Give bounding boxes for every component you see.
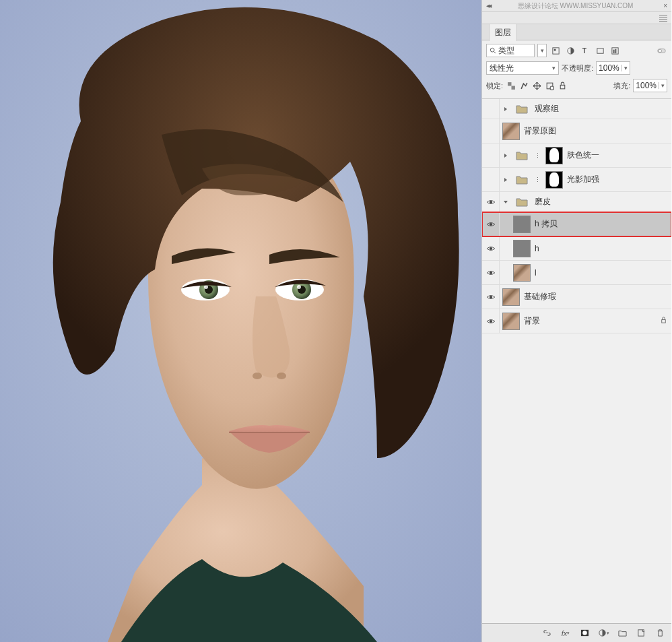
blend-mode-value: 线性光 [490,63,514,74]
svg-point-30 [489,222,492,225]
canvas-area[interactable] [0,0,481,642]
layer-item-l-bg-orig[interactable]: 背景原图 [482,119,671,143]
visibility-toggle[interactable] [482,261,500,284]
tab-layers[interactable]: 图层 [489,24,517,41]
opacity-input[interactable]: 100%▾ [596,61,630,75]
filter-toggle-switch[interactable] [655,44,667,57]
layer-name[interactable]: h [535,244,539,253]
svg-rect-28 [560,85,565,88]
filter-pixel-icon[interactable] [549,44,562,57]
layer-content: ⋮光影加强 [500,171,667,189]
chevron-right-icon[interactable] [502,153,509,158]
layer-content: ⋮肤色统一 [500,147,667,164]
svg-point-31 [489,247,492,249]
layer-name[interactable]: 背景 [524,315,540,327]
layer-thumbnail[interactable] [513,216,531,233]
layer-item-g-observe[interactable]: 观察组 [482,99,671,119]
panel-tab-bar: 图层 [482,24,671,40]
layer-item-l-bg[interactable]: 背景 [482,309,671,333]
layer-thumbnail[interactable] [502,123,520,140]
layer-name[interactable]: 磨皮 [535,196,551,207]
svg-rect-25 [511,86,514,89]
svg-point-9 [253,373,262,379]
svg-rect-18 [597,48,603,53]
filter-type-label: 类型 [498,45,514,57]
layer-name[interactable]: 光影加强 [567,174,599,185]
lock-pixels-icon[interactable] [518,79,529,92]
delete-layer-icon[interactable] [654,627,666,639]
fill-label: 填充: [613,81,630,91]
close-panel-icon[interactable]: × [663,2,667,9]
panel-menu-icon[interactable] [659,15,667,22]
adjustment-layer-icon[interactable]: ▾ [597,627,609,639]
svg-point-4 [204,285,208,289]
svg-point-33 [489,295,492,298]
layer-item-g-retouch[interactable]: 磨皮 [482,192,671,212]
visibility-toggle[interactable] [482,119,500,143]
layer-thumbnail[interactable] [513,264,531,282]
filter-type-icon[interactable]: T [579,44,591,57]
collapse-panel-icon[interactable] [486,3,490,9]
layer-name[interactable]: 肤色统一 [567,150,599,161]
panel-controls: 类型 ▾ T 线性光▾ 不透明度: 100%▾ 锁定: [482,40,671,99]
lock-artboard-icon[interactable] [544,79,555,92]
link-layers-icon[interactable] [541,627,553,639]
folder-icon [513,147,531,164]
visibility-toggle[interactable] [482,309,500,333]
layer-name[interactable]: 观察组 [535,103,559,115]
panel-header-bar: 思缘设计论坛 WWW.MISSYUAN.COM × [482,0,671,12]
layer-thumbnail[interactable] [502,313,520,330]
layer-item-l-h[interactable]: h [482,236,671,261]
layer-name[interactable]: h 拷贝 [535,218,558,230]
layer-name[interactable]: 基础修瑕 [524,291,556,302]
chevron-right-icon[interactable] [502,177,509,183]
opacity-label: 不透明度: [562,63,593,73]
search-icon [490,47,496,54]
lock-position-icon[interactable] [531,79,542,92]
new-layer-icon[interactable] [635,627,647,639]
filter-row: 类型 ▾ T [486,43,667,58]
link-icon: ⋮ [535,152,541,159]
layer-name[interactable]: l [535,268,537,278]
fill-input[interactable]: 100%▾ [633,79,667,92]
filter-dropdown-arrow[interactable]: ▾ [537,44,547,57]
folder-icon [513,100,531,118]
layer-content: 背景原图 [500,123,667,140]
filter-adjust-icon[interactable] [564,44,576,57]
layer-item-l-hcopy[interactable]: h 拷贝 [482,212,671,236]
visibility-toggle[interactable] [482,143,500,167]
mask-thumbnail[interactable] [545,171,563,189]
filter-type-dropdown[interactable]: 类型 [486,44,535,57]
filter-smart-icon[interactable] [609,44,621,57]
visibility-toggle[interactable] [482,192,500,212]
layer-item-g-skin[interactable]: ⋮肤色统一 [482,143,671,168]
visibility-toggle[interactable] [482,168,500,191]
visibility-toggle[interactable] [482,285,500,309]
visibility-toggle[interactable] [482,212,500,236]
visibility-toggle[interactable] [482,236,500,260]
filter-shape-icon[interactable] [594,44,606,57]
fx-icon[interactable]: fx▾ [560,627,572,639]
mask-thumbnail[interactable] [545,147,563,164]
layer-name[interactable]: 背景原图 [524,125,556,137]
layer-content: 基础修瑕 [500,288,667,306]
layer-item-g-light[interactable]: ⋮光影加强 [482,168,671,192]
svg-point-27 [550,86,553,90]
chevron-down-icon[interactable] [502,199,509,205]
layer-thumbnail[interactable] [502,288,520,306]
lock-all-icon[interactable] [557,79,568,92]
blend-mode-dropdown[interactable]: 线性光▾ [486,61,559,75]
layer-item-l-basefix[interactable]: 基础修瑕 [482,285,671,309]
visibility-toggle[interactable] [482,99,500,119]
folder-icon [513,193,531,211]
svg-rect-39 [638,630,643,636]
layer-content: h [500,240,667,257]
svg-line-13 [494,52,496,54]
add-mask-icon[interactable] [578,627,591,639]
layer-item-l-l[interactable]: l [482,261,671,285]
layer-thumbnail[interactable] [513,240,531,257]
lock-transparency-icon[interactable] [506,79,516,92]
chevron-right-icon[interactable] [502,106,509,112]
new-group-icon[interactable] [616,627,628,639]
layers-list[interactable]: 观察组背景原图⋮肤色统一⋮光影加强磨皮h 拷贝hl基础修瑕背景 [482,99,671,623]
